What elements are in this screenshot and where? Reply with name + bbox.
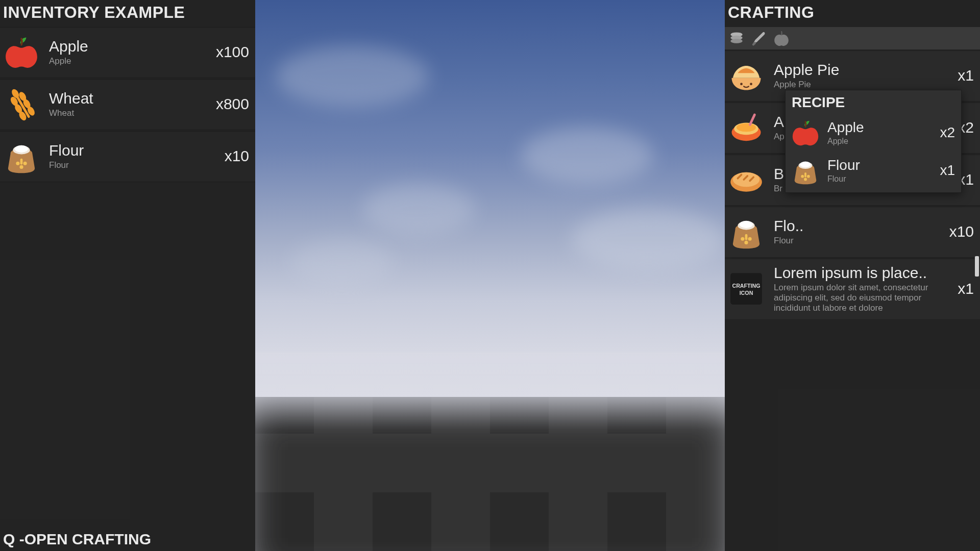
apple-gray-icon[interactable]	[773, 29, 790, 46]
recipe-ingredient-apple: Apple Apple x2	[786, 114, 961, 152]
inventory-row-apple[interactable]: Apple Apple x100	[0, 27, 255, 78]
cloud	[362, 184, 475, 235]
crafting-title: CRAFTING	[725, 0, 980, 27]
svg-rect-13	[20, 159, 23, 165]
svg-rect-40	[804, 172, 806, 178]
item-sub: Flour	[49, 160, 216, 170]
apple-icon	[2, 33, 41, 71]
cloud	[291, 240, 393, 286]
item-sub: Flour	[774, 236, 941, 246]
pie-icon	[727, 56, 766, 95]
inventory-panel: INVENTORY EXAMPLE Apple Apple x100 Wheat…	[0, 0, 255, 551]
cloud	[521, 128, 653, 184]
item-qty: x1	[958, 67, 974, 84]
svg-text:ICON: ICON	[740, 290, 753, 296]
svg-rect-32	[730, 273, 762, 305]
svg-point-18	[740, 83, 743, 85]
coins-icon[interactable]	[728, 29, 745, 46]
ingredient-sub: Flour	[827, 174, 934, 184]
svg-rect-31	[745, 234, 748, 240]
flour-icon	[2, 137, 41, 176]
cloud	[276, 46, 429, 107]
svg-point-38	[807, 175, 810, 178]
item-sub: Lorem ipsum dolor sit amet, consectetur …	[774, 283, 949, 313]
svg-point-16	[730, 39, 742, 43]
svg-text:CRAFTING: CRAFTING	[732, 283, 760, 289]
item-sub: Apple	[49, 56, 208, 66]
svg-point-9	[15, 145, 28, 153]
svg-point-39	[804, 178, 807, 181]
item-qty: x800	[216, 95, 249, 113]
keybind-hint: Q -OPEN CRAFTING	[3, 531, 151, 548]
crafting-category-bar	[725, 27, 980, 49]
svg-point-19	[750, 83, 752, 85]
inventory-row-wheat[interactable]: Wheat Wheat x800	[0, 79, 255, 130]
ingredient-qty: x2	[940, 124, 955, 141]
item-name: Apple Pie	[774, 61, 949, 79]
flour-icon	[790, 155, 821, 186]
svg-point-36	[800, 162, 811, 168]
crafting-row-lorem[interactable]: CRAFTINGICON Lorem ipsum is place.. Lore…	[725, 259, 980, 320]
item-qty: x100	[216, 43, 249, 61]
scrollbar-thumb[interactable]	[975, 256, 979, 277]
item-name: Flour	[49, 142, 216, 159]
porridge-icon	[727, 108, 766, 147]
svg-point-10	[16, 162, 19, 165]
ingredient-name: Apple	[827, 119, 934, 136]
svg-point-22	[737, 123, 756, 132]
svg-point-28	[741, 237, 744, 241]
knife-icon[interactable]	[750, 29, 768, 46]
item-name: Lorem ipsum is place..	[774, 264, 949, 282]
apple-icon	[790, 117, 821, 148]
inventory-title: INVENTORY EXAMPLE	[0, 0, 255, 27]
item-sub: Apple Pie	[774, 80, 949, 90]
svg-point-12	[19, 165, 23, 169]
svg-point-29	[748, 237, 752, 241]
svg-point-27	[740, 221, 753, 228]
ingredient-sub: Apple	[827, 137, 934, 146]
wheat-icon	[2, 85, 41, 123]
item-qty: x10	[225, 147, 249, 165]
crafting-row-flour[interactable]: Flo.. Flour x10	[725, 207, 980, 258]
item-qty: x10	[949, 223, 974, 240]
item-name: Wheat	[49, 90, 208, 107]
svg-point-37	[801, 175, 804, 178]
item-qty: x1	[958, 280, 974, 297]
game-viewport[interactable]	[255, 0, 725, 551]
recipe-tooltip: RECIPE Apple Apple x2 Flour Flour x1	[785, 90, 962, 193]
recipe-ingredient-flour: Flour Flour x1	[786, 152, 961, 189]
svg-point-25	[733, 172, 760, 187]
item-name: Apple	[49, 38, 208, 55]
svg-point-11	[23, 162, 27, 165]
crafting-placeholder-icon: CRAFTINGICON	[727, 269, 766, 308]
item-name: Flo..	[774, 217, 941, 235]
ingredient-qty: x1	[940, 162, 955, 179]
inventory-row-flour[interactable]: Flour Flour x10	[0, 131, 255, 182]
floor-fog	[255, 353, 725, 430]
bread-icon	[727, 160, 766, 199]
ingredient-name: Flour	[827, 157, 934, 173]
item-sub: Wheat	[49, 108, 208, 118]
cloud	[572, 209, 725, 270]
svg-point-30	[744, 241, 748, 244]
recipe-title: RECIPE	[786, 90, 961, 114]
flour-icon	[727, 212, 766, 251]
crafting-panel: CRAFTING Apple Pie Apple Pie x1	[725, 0, 980, 551]
